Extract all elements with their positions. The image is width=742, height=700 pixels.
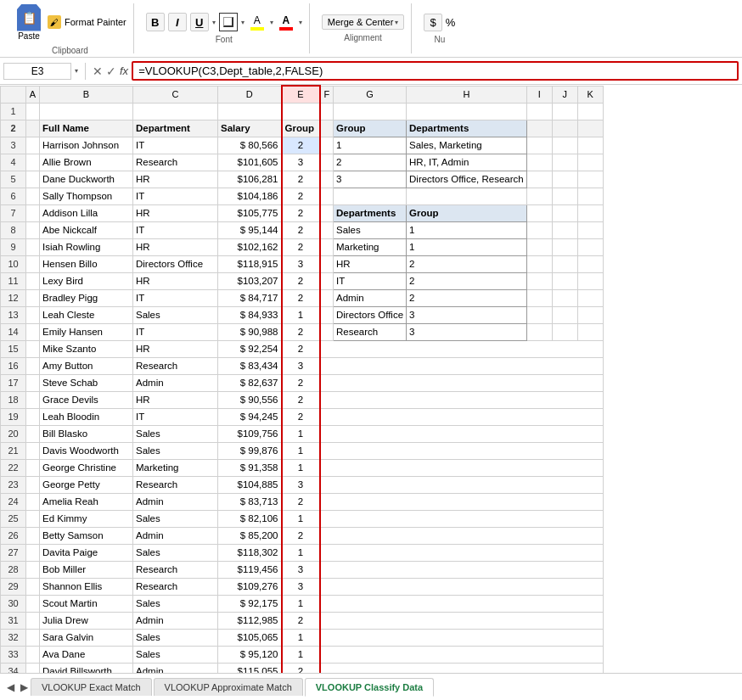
- col-header-I[interactable]: I: [526, 86, 552, 103]
- cell-C2[interactable]: Department: [133, 120, 218, 137]
- cell-I2[interactable]: [526, 120, 552, 137]
- italic-button[interactable]: I: [168, 13, 187, 31]
- tab-vlookup-classify[interactable]: VLOOKUP Classify Data: [305, 678, 434, 697]
- cell-B3[interactable]: Harrison Johnson: [40, 137, 133, 154]
- table-row: 21 Davis Woodworth Sales $ 99,876 1: [1, 442, 604, 459]
- table-row: 9 Isiah Rowling HR $102,162 2 Marketing …: [1, 238, 604, 255]
- underline-button[interactable]: U: [190, 13, 209, 31]
- dollar-button[interactable]: $: [424, 14, 441, 31]
- table-row: 4 Allie Brown Research $101,605 3 2 HR, …: [1, 154, 604, 171]
- formula-cancel[interactable]: ✕: [93, 64, 103, 78]
- cell-reference-box[interactable]: [3, 63, 71, 80]
- font-color-dropdown[interactable]: ▾: [299, 19, 302, 26]
- formula-confirm[interactable]: ✓: [106, 64, 116, 78]
- cell-G3[interactable]: 1: [334, 137, 407, 154]
- cell-A3[interactable]: [26, 137, 40, 154]
- cell-J1[interactable]: [552, 103, 577, 120]
- cell-J3[interactable]: [552, 137, 577, 154]
- col-header-D[interactable]: D: [218, 86, 282, 103]
- table-row: 32 Sara Galvin Sales $105,065 1: [1, 629, 604, 646]
- table-row: 30 Scout Martin Sales $ 92,175 1: [1, 595, 604, 612]
- name-box-arrow[interactable]: ▾: [75, 67, 78, 75]
- cell-H2[interactable]: Departments: [407, 120, 527, 137]
- underline-dropdown-arrow[interactable]: ▾: [212, 19, 216, 26]
- tab-vlookup-approx[interactable]: VLOOKUP Approximate Match: [154, 678, 303, 696]
- cell-D2[interactable]: Salary: [218, 120, 282, 137]
- cell-C1[interactable]: [133, 103, 218, 120]
- formula-bar: ▾ ✕ ✓ fx =VLOOKUP(C3,Dept_table,2,FALSE): [0, 58, 742, 85]
- table-row: 27 Davita Paige Sales $118,302 1: [1, 544, 604, 561]
- toolbar: 📋 Paste 🖌 Format Painter Clipboard B I U…: [0, 0, 742, 58]
- col-header-A[interactable]: A: [26, 86, 40, 103]
- cell-F3[interactable]: [320, 137, 334, 154]
- font-label: Font: [216, 35, 233, 44]
- col-header-G[interactable]: G: [334, 86, 407, 103]
- alignment-buttons: Merge & Center ▾: [322, 14, 405, 30]
- cell-D3[interactable]: $ 80,566: [218, 137, 282, 154]
- cell-B1[interactable]: [40, 103, 133, 120]
- corner-header: [1, 86, 26, 103]
- formula-input[interactable]: =VLOOKUP(C3,Dept_table,2,FALSE): [132, 61, 739, 81]
- table-row: 1: [1, 103, 604, 120]
- percent-button[interactable]: %: [446, 16, 456, 29]
- col-header-B[interactable]: B: [40, 86, 133, 103]
- col-header-K[interactable]: K: [577, 86, 603, 103]
- col-header-J[interactable]: J: [552, 86, 577, 103]
- row-num: 3: [1, 137, 26, 154]
- cell-K3[interactable]: [577, 137, 603, 154]
- format-painter-button[interactable]: 🖌 Format Painter: [48, 15, 126, 29]
- cell-F1[interactable]: [320, 103, 334, 120]
- format-painter-label: Format Painter: [65, 17, 126, 27]
- clipboard-label: Clipboard: [52, 46, 88, 55]
- fill-color-button[interactable]: A: [248, 13, 267, 31]
- merge-center-label: Merge & Center: [328, 17, 394, 27]
- table-row: 29 Shannon Ellis Research $109,276 3: [1, 578, 604, 595]
- cell-A2[interactable]: [26, 120, 40, 137]
- number-label: Nu: [434, 35, 445, 44]
- fill-color-letter: A: [254, 14, 261, 26]
- table-row: 11 Lexy Bird HR $103,207 2 IT 2: [1, 272, 604, 289]
- cell-A1[interactable]: [26, 103, 40, 120]
- table-row: 8 Abe Nickcalf IT $ 95,144 2 Sales 1: [1, 221, 604, 238]
- cell-E2[interactable]: Group: [282, 120, 320, 137]
- col-header-C[interactable]: C: [133, 86, 218, 103]
- tab-scroll-left[interactable]: ◀: [3, 679, 17, 696]
- table-row: 10 Hensen Billo Directors Office $118,91…: [1, 255, 604, 272]
- merge-center-dropdown[interactable]: ▾: [395, 19, 398, 26]
- table-row: 5 Dane Duckworth HR $106,281 2 3 Directo…: [1, 171, 604, 188]
- font-color-button[interactable]: A: [277, 13, 295, 31]
- cell-I3[interactable]: [526, 137, 552, 154]
- sheet-tabs: ◀ ▶ VLOOKUP Exact Match VLOOKUP Approxim…: [0, 673, 742, 700]
- tab-vlookup-exact[interactable]: VLOOKUP Exact Match: [31, 678, 152, 696]
- col-header-H[interactable]: H: [407, 86, 527, 103]
- cell-K1[interactable]: [577, 103, 603, 120]
- borders-dropdown-arrow[interactable]: ▾: [241, 19, 245, 26]
- cell-G1[interactable]: [334, 103, 407, 120]
- merge-center-button[interactable]: Merge & Center ▾: [322, 14, 405, 30]
- table-row: 6 Sally Thompson IT $104,186 2: [1, 188, 604, 204]
- fill-color-dropdown[interactable]: ▾: [270, 19, 273, 26]
- borders-button[interactable]: [219, 13, 238, 31]
- cell-K2[interactable]: [577, 120, 603, 137]
- table-row: 16 Amy Button Research $ 83,434 3: [1, 357, 604, 374]
- cell-F2[interactable]: [320, 120, 334, 137]
- tab-scroll-right[interactable]: ▶: [17, 679, 31, 696]
- cell-H1[interactable]: [407, 103, 527, 120]
- table-row: 2 Full Name Department Salary Group Grou…: [1, 120, 604, 137]
- font-color-bar: [279, 27, 293, 31]
- cell-E3[interactable]: 2: [282, 137, 320, 154]
- table-row: 14 Emily Hansen IT $ 90,988 2 Research 3: [1, 323, 604, 340]
- col-header-E[interactable]: E: [282, 86, 320, 103]
- cell-G2[interactable]: Group: [334, 120, 407, 137]
- cell-H3[interactable]: Sales, Marketing: [407, 137, 527, 154]
- table-row: 22 George Christine Marketing $ 91,358 1: [1, 459, 604, 476]
- cell-E1[interactable]: [282, 103, 320, 120]
- paste-button[interactable]: 📋 Paste: [14, 3, 44, 42]
- bold-button[interactable]: B: [146, 13, 165, 31]
- cell-I1[interactable]: [526, 103, 552, 120]
- col-header-F[interactable]: F: [320, 86, 334, 103]
- cell-D1[interactable]: [218, 103, 282, 120]
- cell-C3[interactable]: IT: [133, 137, 218, 154]
- cell-J2[interactable]: [552, 120, 577, 137]
- cell-B2[interactable]: Full Name: [40, 120, 133, 137]
